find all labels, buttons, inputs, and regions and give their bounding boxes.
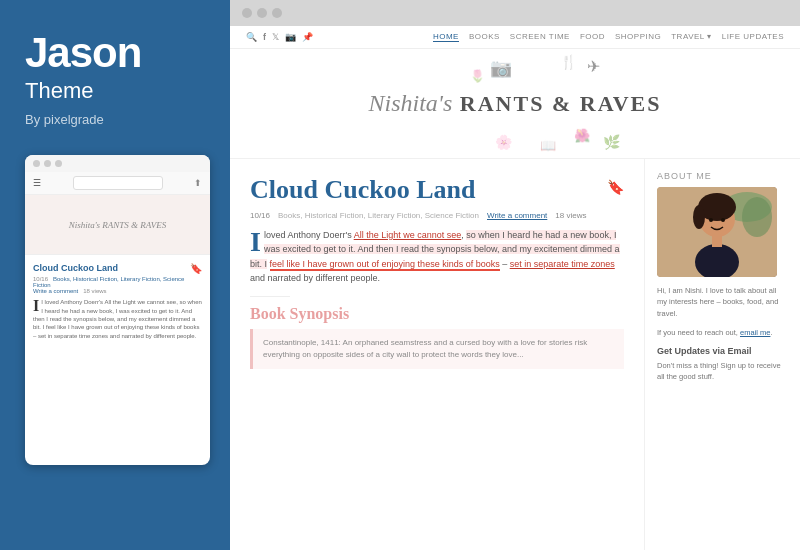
avatar-image [657,187,777,277]
article-blockquote: Constantinople, 1411: An orphaned seamst… [250,329,624,369]
deco-utensils: 🍴 [560,54,577,70]
nav-home[interactable]: HOME [433,32,459,42]
mobile-search-bar [73,176,163,190]
sidebar-avatar [657,187,777,277]
article-title: Cloud Cuckoo Land [250,175,624,205]
nav-shopping[interactable]: SHOPPING [615,32,661,42]
mobile-blog-title: Nishita's RANTS & RAVES [69,220,167,230]
mobile-toolbar-icons: ☰ [33,178,41,188]
blog-nav-menu: HOME BOOKS SCREEN TIME FOOD SHOPPING TRA… [433,32,784,42]
sidebar-contact-text: If you need to reach out, email me. [657,327,788,338]
article-drop-cap: I [250,228,261,256]
blog-nav: 🔍 f 𝕏 📷 📌 HOME BOOKS SCREEN TIME FOOD SH… [230,26,800,49]
svg-point-5 [693,205,705,229]
nav-life-updates[interactable]: LIFE UPDATES [722,32,784,42]
mobile-article-meta: 10/16 Books, Historical Fiction, Literar… [33,276,202,294]
browser-chrome [230,0,800,26]
blog-header: 📷 🍴 ✈ 🌸 📖 🌿 🌷 🌺 Nishita's RANTS & RAVES [230,49,800,159]
nav-books[interactable]: BOOKS [469,32,500,42]
mobile-article: 🔖 Cloud Cuckoo Land 10/16 Books, Histori… [25,255,210,348]
right-panel: 🔍 f 𝕏 📷 📌 HOME BOOKS SCREEN TIME FOOD SH… [230,0,800,550]
mobile-share-icon: ⬆ [194,178,202,188]
nav-food[interactable]: FOOD [580,32,605,42]
sidebar-email-link[interactable]: email me [740,328,770,337]
blog-article: 🔖 Cloud Cuckoo Land 10/16 Books, Histori… [230,159,645,550]
pinterest-icon[interactable]: 📌 [302,32,313,42]
mobile-top-bar [25,155,210,172]
mobile-article-body: I I loved Anthony Doerr's All the Light … [33,298,202,340]
blog-title-main: RANTS & RAVES [452,91,661,116]
instagram-icon[interactable]: 📷 [285,32,296,42]
article-section-title: Book Synopsis [250,305,624,323]
article-categories: Books, Historical Fiction, Literary Fict… [278,211,479,220]
deco-leaf: 🌿 [603,134,620,150]
deco-tulip: 🌷 [470,69,485,83]
facebook-icon[interactable]: f [263,32,266,42]
mobile-dot-1 [33,160,40,167]
article-body-text: loved Anthony Doerr's All the Light we c… [250,230,620,283]
browser-dot-1 [242,8,252,18]
blog-nav-social: 🔍 f 𝕏 📷 📌 [246,32,313,42]
mobile-bookmark-icon: 🔖 [190,263,202,274]
mobile-preview: ☰ ⬆ Nishita's RANTS & RAVES 🔖 Cloud Cuck… [25,155,210,465]
browser-dot-3 [272,8,282,18]
blog-sidebar: About me [645,159,800,550]
twitter-icon[interactable]: 𝕏 [272,32,279,42]
theme-name: Jason [25,30,205,76]
sidebar-about-text: Hi, I am Nishi. I love to talk about all… [657,285,788,319]
mobile-blog-header: Nishita's RANTS & RAVES [25,195,210,255]
blog-main: 🔖 Cloud Cuckoo Land 10/16 Books, Histori… [230,159,800,550]
blog-title-italic: Nishita's [369,90,453,116]
blog-title-container: Nishita's RANTS & RAVES [369,90,662,117]
search-nav-icon[interactable]: 🔍 [246,32,257,42]
deco-flower2: 🌺 [574,128,590,143]
sidebar-about-title: About me [657,171,788,181]
theme-label: Theme [25,78,205,104]
svg-point-7 [721,218,725,222]
deco-flower: 🌸 [495,134,512,150]
mobile-dot-2 [44,160,51,167]
article-views: 18 views [555,211,586,220]
blog-title: Nishita's RANTS & RAVES [369,90,662,117]
browser-content: 🔍 f 𝕏 📷 📌 HOME BOOKS SCREEN TIME FOOD SH… [230,26,800,550]
article-body: I loved Anthony Doerr's All the Light we… [250,228,624,286]
sidebar-updates-title: Get Updates via Email [657,346,788,356]
nav-screen-time[interactable]: SCREEN TIME [510,32,570,42]
deco-book: 📖 [540,138,556,153]
mobile-dot-3 [55,160,62,167]
article-bookmark-icon: 🔖 [607,179,624,195]
svg-point-6 [709,218,713,222]
left-panel: Jason Theme By pixelgrade ☰ ⬆ Nishita's … [0,0,230,550]
deco-plane: ✈ [587,57,600,76]
article-comment-link[interactable]: Write a comment [487,211,547,220]
mobile-toolbar: ☰ ⬆ [25,172,210,195]
nav-travel[interactable]: TRAVEL ▾ [671,32,711,42]
article-divider [250,296,290,297]
article-date: 10/16 [250,211,270,220]
mobile-menu-icon: ☰ [33,178,41,188]
article-meta: 10/16 Books, Historical Fiction, Literar… [250,211,624,220]
svg-point-2 [742,197,772,237]
deco-camera: 📷 [490,57,512,79]
mobile-article-title: Cloud Cuckoo Land [33,263,202,273]
sidebar-subscribe-text: Don't miss a thing! Sign up to receive a… [657,360,788,383]
theme-by: By pixelgrade [25,112,205,127]
svg-rect-9 [712,235,722,247]
browser-dot-2 [257,8,267,18]
